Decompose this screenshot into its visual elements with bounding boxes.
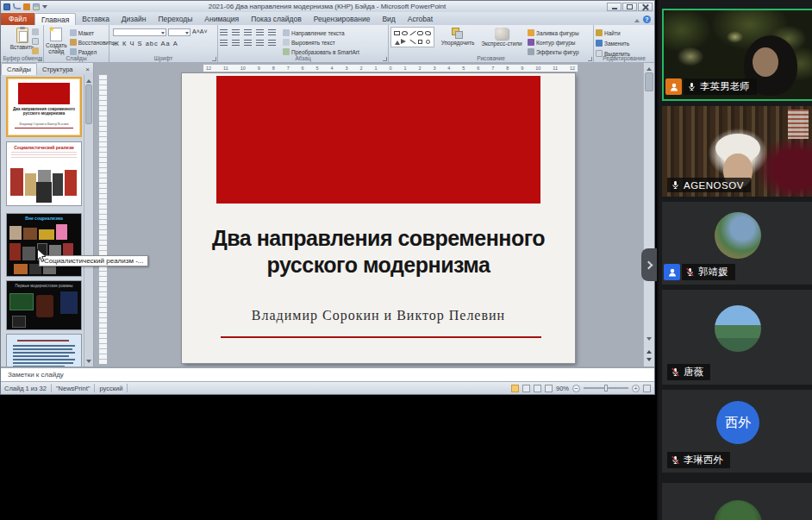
layout-button[interactable]: Макет xyxy=(70,28,115,37)
find-button[interactable]: Найти xyxy=(596,28,653,37)
tab-file[interactable]: Файл xyxy=(1,13,34,25)
slide-title[interactable]: Два направления современного русского мо… xyxy=(189,225,568,279)
bullets-icon[interactable] xyxy=(220,29,228,36)
title-bar[interactable]: 2021-06 Два направления модернизма (КНР)… xyxy=(1,1,654,12)
indent-decrease-icon[interactable] xyxy=(244,29,252,36)
slide-canvas[interactable]: Два направления современного русского мо… xyxy=(182,73,575,363)
indent-increase-icon[interactable] xyxy=(256,29,264,36)
align-left-icon[interactable] xyxy=(220,40,228,47)
grow-shrink-font-icons[interactable]: A˄A˅ xyxy=(192,28,208,36)
slide-sorter-view-button[interactable] xyxy=(522,385,530,392)
align-center-icon[interactable] xyxy=(232,40,240,47)
copy-icon[interactable] xyxy=(32,38,39,45)
zoom-slider-thumb[interactable] xyxy=(604,385,608,392)
tab-slideshow[interactable]: Показ слайдов xyxy=(245,13,308,25)
replace-button[interactable]: Заменить xyxy=(596,39,653,47)
align-text-button[interactable]: Выровнять текст xyxy=(283,38,359,47)
shape-fill-button[interactable]: Заливка фигуры xyxy=(528,28,579,37)
participant-tile-1[interactable]: 李英男老师 xyxy=(662,9,812,101)
tab-review[interactable]: Рецензирование xyxy=(308,13,377,25)
cut-icon[interactable] xyxy=(32,28,39,35)
reset-button[interactable]: Восстановить xyxy=(70,38,115,47)
columns-icon[interactable] xyxy=(268,40,276,47)
slide-thumbnail-1[interactable]: Два направления современного русского мо… xyxy=(6,77,82,137)
slide-thumbnail-4[interactable]: Первые модернистские романы xyxy=(6,280,82,330)
scroll-down-arrow[interactable] xyxy=(84,358,93,367)
scroll-up-arrow[interactable] xyxy=(84,75,93,84)
undo-icon[interactable] xyxy=(13,3,21,9)
previous-slide-button[interactable] xyxy=(644,346,654,354)
panel-close-icon[interactable]: × xyxy=(85,66,93,75)
zoom-percent[interactable]: 90% xyxy=(556,385,569,392)
shape-oval-icon[interactable] xyxy=(425,31,431,35)
shape-arrow-icon[interactable] xyxy=(401,39,409,44)
justify-icon[interactable] xyxy=(256,40,264,47)
tab-acrobat[interactable]: Acrobat xyxy=(402,13,439,25)
paragraph-dialog-launcher[interactable] xyxy=(383,57,387,61)
redo-icon[interactable] xyxy=(23,3,30,10)
align-right-icon[interactable] xyxy=(244,40,252,47)
line-spacing-icon[interactable] xyxy=(268,29,276,36)
tab-transitions[interactable]: Переходы xyxy=(152,13,198,25)
font-size-combo[interactable] xyxy=(168,28,191,36)
shape-ellipse-icon[interactable] xyxy=(402,31,408,35)
font-format-buttons[interactable]: Ж К Ч S abc Aa А xyxy=(111,36,215,47)
minimize-button[interactable] xyxy=(607,3,621,11)
tab-design[interactable]: Дизайн xyxy=(116,13,153,25)
zoom-slider[interactable] xyxy=(584,387,628,389)
participant-tile-5[interactable]: 西外 李琳西外 xyxy=(662,390,812,473)
shape-line-icon[interactable] xyxy=(409,30,415,34)
participant-tile-3[interactable]: 郭靖媛 xyxy=(662,202,812,285)
slide-red-rectangle[interactable] xyxy=(216,76,540,204)
clipboard-dialog-launcher[interactable] xyxy=(38,57,42,61)
normal-view-button[interactable] xyxy=(511,385,519,392)
zoom-in-button[interactable]: + xyxy=(632,385,640,392)
tab-view[interactable]: Вид xyxy=(376,13,401,25)
editor-scroll-thumb[interactable] xyxy=(645,72,653,91)
shapes-gallery[interactable] xyxy=(390,27,434,47)
numbering-icon[interactable] xyxy=(232,29,240,36)
sidebar-collapse-control[interactable] xyxy=(641,248,657,281)
participant-tile-2[interactable]: AGENOSOV xyxy=(662,106,812,197)
vertical-ruler[interactable] xyxy=(98,74,108,365)
font-dialog-launcher[interactable] xyxy=(212,57,216,61)
shape-bracket-icon[interactable] xyxy=(418,40,422,44)
arrange-button[interactable]: Упорядочить xyxy=(440,27,476,46)
tab-insert[interactable]: Вставка xyxy=(76,13,116,25)
text-direction-button[interactable]: Направление текста xyxy=(283,28,359,37)
editor-scrollbar[interactable] xyxy=(643,63,654,367)
slide-subtitle[interactable]: Владимир Сорокин и Виктор Пелевин xyxy=(219,308,538,323)
editor-scroll-up[interactable] xyxy=(644,63,654,72)
custom-qat-icon[interactable] xyxy=(33,3,40,10)
reading-view-button[interactable] xyxy=(534,385,541,392)
participant-tile-6[interactable] xyxy=(662,483,812,520)
new-slide-button[interactable]: Создать слайд xyxy=(46,27,67,56)
tab-animations[interactable]: Анимация xyxy=(198,13,245,25)
fit-to-window-button[interactable] xyxy=(643,385,651,392)
slide-thumbnail-2[interactable]: Социалистический реализм xyxy=(6,141,82,206)
language-indicator[interactable]: русский xyxy=(99,385,122,392)
collapse-ribbon-icon[interactable] xyxy=(634,16,640,22)
participant-tile-4[interactable]: 唐薇 xyxy=(662,290,812,385)
drawing-dialog-launcher[interactable] xyxy=(588,57,592,61)
panel-tab-slides[interactable]: Слайды xyxy=(1,63,37,75)
shape-outline-button[interactable]: Контур фигуры xyxy=(528,38,579,47)
shape-triangle-icon[interactable] xyxy=(395,38,400,45)
zoom-out-button[interactable]: − xyxy=(572,385,580,392)
scrollbar-thumb[interactable] xyxy=(85,85,92,124)
next-slide-button[interactable] xyxy=(644,356,654,365)
font-name-combo[interactable] xyxy=(113,28,166,36)
help-icon[interactable]: ? xyxy=(643,16,651,23)
quick-styles-button[interactable]: Экспресс-стили xyxy=(481,27,522,47)
maximize-button[interactable] xyxy=(622,3,637,11)
horizontal-ruler[interactable]: 12 11 10 9 8 7 6 5 4 3 2 1 0 1 2 3 4 5 6… xyxy=(203,64,578,72)
notes-pane[interactable]: Заметки к слайду xyxy=(1,367,654,381)
save-icon[interactable] xyxy=(3,3,10,10)
close-button[interactable] xyxy=(638,3,653,11)
shape-rect-icon[interactable] xyxy=(394,31,400,35)
slideshow-view-button[interactable] xyxy=(545,385,553,392)
shape-brace-icon[interactable] xyxy=(426,40,430,44)
thumbnails-scrollbar[interactable] xyxy=(84,75,93,367)
shape-connector-icon[interactable] xyxy=(409,39,415,43)
shape-rounded-rect-icon[interactable] xyxy=(417,31,423,35)
